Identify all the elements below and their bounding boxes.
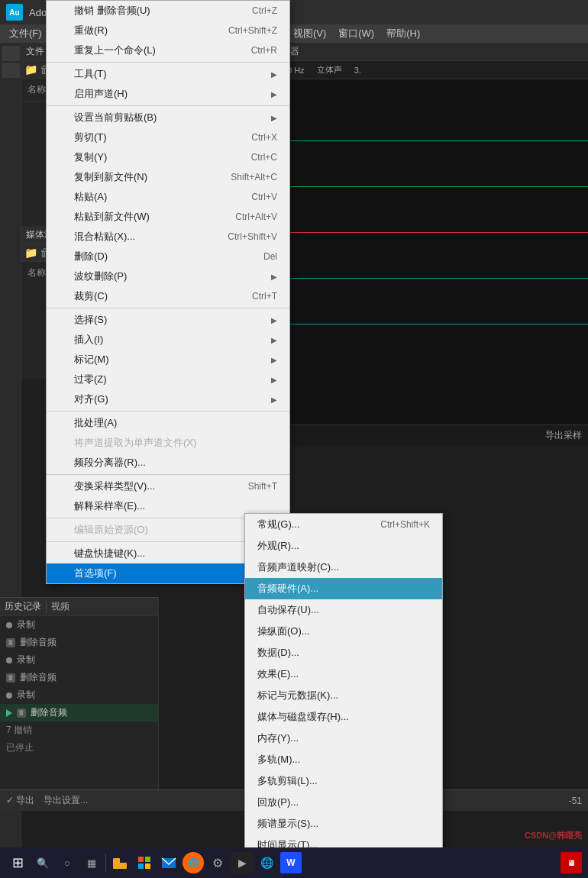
toolbar-icon-2[interactable]: [2, 63, 20, 78]
app-logo: Au: [6, 4, 23, 21]
menu-undo[interactable]: 撤销 删除音频(U) Ctrl+Z: [47, 1, 289, 21]
menu-convert-sample[interactable]: 变换采样类型(V)... Shift+T: [47, 476, 289, 496]
preferences-submenu: 常规(G)... Ctrl+Shift+K 外观(R)... 音频声道映射(C)…: [244, 513, 443, 857]
pref-general[interactable]: 常规(G)... Ctrl+Shift+K: [245, 514, 442, 535]
history-item-6-active: 🗑 删除音频: [0, 704, 158, 721]
rec-icon-1: [6, 622, 12, 628]
svg-rect-0: [113, 858, 120, 863]
history-item-3: 录制: [0, 651, 158, 669]
rec-icon-2: [6, 657, 12, 663]
mail-btn[interactable]: [158, 852, 179, 873]
svg-rect-1: [113, 863, 127, 869]
browser-btn-1[interactable]: 🌐: [183, 852, 204, 873]
taskbar-sep-1: [105, 854, 106, 872]
widgets-btn[interactable]: ▦: [81, 852, 102, 873]
value-header: 3.: [348, 66, 367, 75]
menu-align[interactable]: 对齐(G) ▶: [47, 389, 289, 409]
pref-playback[interactable]: 回放(P)...: [245, 792, 442, 813]
menu-crop[interactable]: 裁剪(C) Ctrl+T: [47, 286, 289, 306]
menu-enable-channel[interactable]: 启用声道(H) ▶: [47, 84, 289, 104]
channel-type-header: 立体声: [311, 64, 348, 76]
pref-audio-hardware[interactable]: 音频硬件(A)...: [245, 578, 442, 599]
menu-help[interactable]: 帮助(H): [380, 24, 426, 43]
menu-cut[interactable]: 剪切(T) Ctrl+X: [47, 128, 289, 147]
play-icon: [6, 709, 12, 717]
menu-window[interactable]: 窗口(W): [332, 24, 380, 43]
svg-rect-2: [138, 857, 144, 862]
menu-tools[interactable]: 工具(T) ▶: [47, 64, 289, 84]
pref-multitrack-clips[interactable]: 多轨剪辑(L)...: [245, 770, 442, 792]
history-item-1: 录制: [0, 616, 158, 634]
taskbar: ⊞ 🔍 ○ ▦ 🌐 ⚙ ▶ 🌐 W 🖥: [0, 847, 588, 878]
settings-btn[interactable]: ⚙: [207, 852, 228, 873]
word-btn[interactable]: W: [280, 852, 302, 873]
start-button[interactable]: ⊞: [6, 851, 29, 874]
menu-redo[interactable]: 重做(R) Ctrl+Shift+Z: [47, 21, 289, 40]
menu-select[interactable]: 选择(S) ▶: [47, 310, 289, 330]
rec-icon-3: [6, 692, 12, 699]
menu-ripple-delete[interactable]: 波纹删除(P) ▶: [47, 266, 289, 286]
menu-view[interactable]: 视图(V): [287, 24, 332, 43]
undo-count: 7 撤销: [0, 721, 158, 739]
store-btn[interactable]: [134, 852, 155, 873]
menu-set-clipboard[interactable]: 设置当前剪贴板(B) ▶: [47, 108, 289, 128]
pref-appearance[interactable]: 外观(R)...: [245, 535, 442, 557]
menu-delete[interactable]: 删除(D) Del: [47, 247, 289, 266]
menu-markers[interactable]: 标记(M) ▶: [47, 350, 289, 370]
history-tabs: 历史记录 视频: [0, 598, 158, 616]
menu-copy[interactable]: 复制(Y) Ctrl+C: [47, 147, 289, 167]
svg-rect-5: [145, 863, 150, 869]
file-tab[interactable]: 文件: [21, 44, 49, 60]
pref-multitrack[interactable]: 多轨(M)...: [245, 749, 442, 770]
video-tab[interactable]: 视频: [47, 599, 74, 615]
pref-spectral-display[interactable]: 频谱显示(S)...: [245, 813, 442, 834]
menu-copy-to-new[interactable]: 复制到新文件(N) Shift+Alt+C: [47, 167, 289, 187]
menu-freq-sep[interactable]: 频段分离器(R)...: [47, 453, 289, 473]
pref-control-surface[interactable]: 操纵面(O)...: [245, 621, 442, 642]
menu-batch[interactable]: 批处理(A): [47, 413, 289, 433]
folder-icon[interactable]: 📁: [24, 63, 37, 76]
menu-paste[interactable]: 粘贴(A) Ctrl+V: [47, 187, 289, 207]
toolbar-icon-1[interactable]: [2, 46, 20, 61]
menu-insert[interactable]: 插入(I) ▶: [47, 330, 289, 350]
export-bottom-btn[interactable]: ✓ 导出: [6, 794, 34, 807]
history-item-2: 🗑 删除音频: [0, 634, 158, 651]
menu-extract-mono[interactable]: 将声道提取为单声道文件(X): [47, 433, 289, 453]
watermark: CSDN@韩曙亮: [525, 830, 582, 841]
terminal-btn[interactable]: ▶: [231, 852, 253, 873]
pref-effects[interactable]: 效果(E)...: [245, 663, 442, 685]
pref-data[interactable]: 数据(D)...: [245, 642, 442, 663]
export-sample-btn[interactable]: 导出采样: [545, 429, 582, 442]
del-icon-2: 🗑: [6, 673, 15, 683]
task-view-btn[interactable]: ○: [57, 852, 78, 873]
svg-rect-3: [145, 857, 150, 862]
vu-value: -51: [569, 796, 582, 806]
pref-memory[interactable]: 内存(Y)...: [245, 728, 442, 749]
folder2-icon[interactable]: 📁: [24, 247, 37, 259]
edit-menu-dropdown: 撤销 删除音频(U) Ctrl+Z 重做(R) Ctrl+Shift+Z 重复上…: [46, 0, 290, 584]
file-explorer-btn[interactable]: [109, 852, 131, 873]
history-item-4: 🗑 删除音频: [0, 669, 158, 686]
pref-audio-channel-mapping[interactable]: 音频声道映射(C)...: [245, 557, 442, 578]
menu-zero-cross[interactable]: 过零(Z) ▶: [47, 370, 289, 389]
menu-file[interactable]: 文件(F): [3, 24, 48, 43]
menu-mix-paste[interactable]: 混合粘贴(X)... Ctrl+Shift+V: [47, 227, 289, 247]
pref-markers-metadata[interactable]: 标记与元数据(K)...: [245, 685, 442, 706]
del-icon-1: 🗑: [6, 638, 15, 647]
audition-taskbar-btn[interactable]: 🖥: [561, 852, 582, 873]
history-panel: 历史记录 视频 录制 🗑 删除音频 录制 🗑 删除音频 录制 🗑 删除音频 7 …: [0, 597, 159, 811]
svg-rect-4: [138, 863, 144, 869]
history-item-5: 录制: [0, 686, 158, 704]
del-icon-3: 🗑: [17, 709, 26, 718]
browser-btn-2[interactable]: 🌐: [256, 852, 277, 873]
pref-media-disk-cache[interactable]: 媒体与磁盘缓存(H)...: [245, 706, 442, 728]
pref-auto-save[interactable]: 自动保存(U)...: [245, 599, 442, 621]
history-status: 已停止: [0, 739, 158, 757]
menu-redo-last[interactable]: 重复上一个命令(L) Ctrl+R: [47, 40, 289, 60]
export-settings-btn[interactable]: 导出设置...: [44, 794, 88, 807]
menu-paste-to-new[interactable]: 粘贴到新文件(W) Ctrl+Alt+V: [47, 207, 289, 227]
search-taskbar[interactable]: 🔍: [32, 852, 53, 873]
history-tab[interactable]: 历史记录: [0, 599, 46, 615]
